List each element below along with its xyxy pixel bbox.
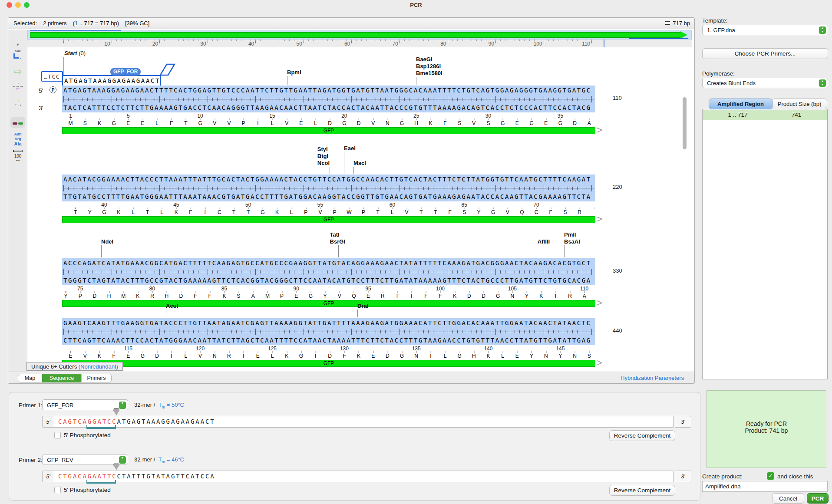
aa-letter: A xyxy=(583,293,586,299)
badge-link[interactable]: (Nonredundant) xyxy=(79,363,118,370)
template-select[interactable]: 1. GFP.dna ▲▼ xyxy=(702,25,828,35)
tab-product-size[interactable]: Product Size (bp) xyxy=(772,99,827,109)
aa-letter: H xyxy=(472,353,476,359)
dna-strand-top[interactable]: ATGAGTAAAGGAGAAGAACTTTTCACTGGAGTTGTCCCAA… xyxy=(63,87,591,94)
sequence-minimap[interactable] xyxy=(27,30,692,40)
aa-letter: T xyxy=(170,353,173,359)
primer1-phosphorylated-checkbox[interactable] xyxy=(54,432,61,438)
primer-hook-icon xyxy=(159,63,178,76)
aa-letter: E xyxy=(141,120,144,126)
cancel-button[interactable]: Cancel xyxy=(772,493,804,504)
selected-count: 2 primers xyxy=(43,20,66,26)
enzyme-label[interactable]: EaeI xyxy=(344,145,356,152)
aa-letter: P xyxy=(79,293,82,299)
enzyme-label[interactable]: AflIII xyxy=(538,238,550,245)
enzyme-label[interactable]: StyIBtgINcoI xyxy=(317,146,330,167)
aa-ruler-number: 75 xyxy=(77,286,83,292)
aa-letter: R xyxy=(227,353,231,359)
primer-name-pill[interactable]: GFP_FOR xyxy=(110,68,141,76)
aa-letter: T xyxy=(247,209,250,215)
choose-pcr-primers-button[interactable]: Choose PCR Primers... xyxy=(702,48,828,59)
row-position-label: 330 xyxy=(613,267,622,274)
enzyme-label[interactable]: PmlIBsaAI xyxy=(564,231,580,245)
aa-ruler-number: 95 xyxy=(365,286,371,292)
enzyme-label[interactable]: AcuI xyxy=(166,303,178,310)
primer2-junction-pin[interactable] xyxy=(113,463,119,470)
enzyme-label[interactable]: BpmI xyxy=(287,69,301,76)
close-window-checkbox[interactable]: ✓ xyxy=(767,472,774,480)
aa-ruler-number: 10 xyxy=(197,113,203,119)
feature-bar-gfp[interactable]: GFP xyxy=(62,360,595,367)
aa-letter: G xyxy=(501,120,505,126)
feature-bar-gfp[interactable]: GFP xyxy=(62,127,595,134)
primer1-junction-pin[interactable] xyxy=(113,408,119,415)
feature-bar-gfp[interactable]: GFP xyxy=(62,216,595,223)
stepper-icon[interactable]: ▲▼ xyxy=(819,79,826,87)
primer2-sequence-field[interactable]: CTGACAGAATTCCTATTTGTATAGTTCATCCA xyxy=(54,471,674,482)
aa-letter: E xyxy=(126,120,130,126)
pcr-button[interactable]: PCR xyxy=(807,493,829,504)
enzyme-label[interactable]: NdeI xyxy=(101,238,113,245)
aa-letter: F xyxy=(343,353,346,359)
stepper-icon[interactable]: ▲▼ xyxy=(819,26,826,34)
aa-letter: S xyxy=(83,120,87,126)
dna-strand-top[interactable]: GAAGTCAAGTTTGAAGGTGATACCCTTGTTAATAGAATCG… xyxy=(63,320,591,326)
dna-strand-bottom[interactable]: TGGGTCTAGTATACTTTGCCGTACTGAAAAAGTTCTCACG… xyxy=(63,277,591,284)
product-size: 741 xyxy=(783,110,809,120)
sequence-canvas[interactable]: Start (0) …TCC ATGAGTAAAGGAGAAGAACT GFP_… xyxy=(8,47,688,372)
length-value: 717 bp xyxy=(673,20,690,26)
primer1-reverse-complement-button[interactable]: Reverse Complement xyxy=(609,430,675,441)
selected-label: Selected: xyxy=(13,20,37,26)
dna-strand-top[interactable]: ACCCAGATCATATGAAACGGCATGACTTTTTCAAGAGTGC… xyxy=(63,260,591,267)
tab-map[interactable]: Map xyxy=(18,374,42,382)
product-filename-input[interactable]: Amplified.dna xyxy=(702,481,828,492)
enzyme-label[interactable]: MscI xyxy=(353,160,366,167)
hybridization-parameters-link[interactable]: Hybridization Parameters xyxy=(621,375,684,381)
primer1-sequence-field[interactable]: CAGTCAGGATCCATGAGTAAAGGAGAAGAACT xyxy=(54,416,674,428)
aa-ruler-number: 115 xyxy=(124,346,132,352)
tab-sequence[interactable]: Sequence xyxy=(42,374,81,382)
tab-amplified-region[interactable]: Amplified Region xyxy=(709,99,773,109)
enzyme-filter-badge[interactable]: Unique 6+ Cutters (Nonredundant) xyxy=(26,362,123,371)
aa-letter: F xyxy=(189,209,192,215)
enzyme-label[interactable]: BaeGIBsp1286IBme1580I xyxy=(416,56,442,77)
chevron-down-icon[interactable]: ▼ xyxy=(119,456,126,464)
aa-letter: K xyxy=(275,209,279,215)
aa-letter: P xyxy=(280,293,284,299)
aa-ruler-number: 135 xyxy=(412,346,421,352)
aa-letter: L xyxy=(391,209,394,215)
primer2-name: GFP_REV xyxy=(47,457,73,463)
aa-letter: V xyxy=(371,120,375,126)
dna-strand-top[interactable]: AACATACGGAAAACTTACCCTTAAATTTATTTGCACTACT… xyxy=(63,176,591,183)
aa-ruler-number: 130 xyxy=(340,346,349,352)
feature-bar-gfp[interactable]: GFP xyxy=(62,300,595,307)
enzyme-tick xyxy=(166,310,166,317)
polymerase-value: Creates Blunt Ends xyxy=(707,80,756,86)
aa-letter: G xyxy=(400,353,404,359)
dna-strand-bottom[interactable]: TTGTATGCCTTTTGAATGGGAATTTAAATAAACGTGATGA… xyxy=(63,193,591,200)
aa-letter: R xyxy=(150,293,154,299)
primer2-reverse-complement-button[interactable]: Reverse Complement xyxy=(609,485,675,496)
tab-primers[interactable]: Primers xyxy=(81,374,112,382)
aa-letter: T xyxy=(434,209,437,215)
primer-anneal-box[interactable]: ATGAGTAAAGGAGAAGAACT xyxy=(62,75,161,86)
collapse-icon[interactable]: ▼ xyxy=(8,43,27,47)
feature-continues-icon: > xyxy=(597,359,602,367)
dna-strand-bottom[interactable]: CTTCAGTTCAAACTTCCACTATGGGAACAATTATCTTAGC… xyxy=(63,337,591,344)
primer2-phosphorylated-checkbox[interactable] xyxy=(54,487,61,493)
feature-continues-icon: > xyxy=(597,299,602,307)
amplified-region-list[interactable]: 1 .. 717 741 xyxy=(702,109,828,379)
minimap-feature-arrow xyxy=(30,32,681,38)
primer-extension-box[interactable]: …TCC xyxy=(41,71,63,82)
enzyme-label[interactable]: DraI xyxy=(357,303,368,310)
amplified-region-row[interactable]: 1 .. 717 741 xyxy=(703,110,827,120)
vertical-scrollbar[interactable] xyxy=(683,97,687,149)
aa-letter: E xyxy=(515,353,519,359)
chevron-down-icon[interactable]: ▼ xyxy=(119,402,126,409)
aa-letter: T xyxy=(396,293,399,299)
aa-letter: K xyxy=(98,353,101,359)
polymerase-select[interactable]: Creates Blunt Ends ▲▼ xyxy=(702,78,828,88)
enzyme-label[interactable]: TatIBsrGI xyxy=(330,231,345,245)
dna-strand-bottom[interactable]: TACTCATTTCCTCTTCTTGAAAAGTGACCTCAACAGGGTT… xyxy=(63,104,591,111)
aa-ruler-ticks xyxy=(62,291,595,293)
